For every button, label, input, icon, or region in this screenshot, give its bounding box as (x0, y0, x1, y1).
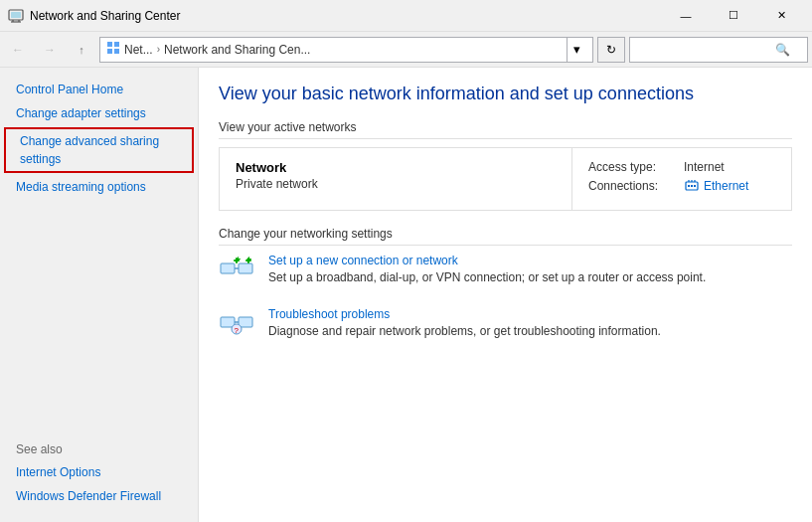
new-connection-item: + + Set up a new connection or network S… (219, 254, 792, 289)
svg-rect-24 (247, 258, 249, 263)
svg-rect-17 (239, 263, 252, 273)
troubleshoot-icon: ? (219, 307, 254, 343)
search-icon: 🔍 (775, 43, 790, 57)
network-info-right: Access type: Internet Connections: (572, 148, 791, 210)
ethernet-link[interactable]: Ethernet (684, 178, 748, 194)
sidebar-item-media-streaming[interactable]: Media streaming options (0, 175, 198, 199)
page-title: View your basic network information and … (219, 84, 792, 104)
access-type-row: Access type: Internet (588, 160, 775, 174)
active-networks-label: View your active networks (219, 120, 792, 139)
new-connection-text: Set up a new connection or network Set u… (268, 254, 792, 286)
address-bar: ← → ↑ Net... › Network and Sharing Cen..… (0, 32, 812, 68)
svg-rect-8 (114, 49, 119, 54)
forward-button[interactable]: → (36, 36, 64, 64)
back-button[interactable]: ← (4, 36, 32, 64)
search-box: 🔍 (629, 37, 808, 63)
access-type-value: Internet (684, 160, 725, 174)
maximize-button[interactable]: ☐ (711, 0, 756, 32)
sidebar-see-also: See also Internet Options Windows Defend… (0, 433, 198, 512)
troubleshoot-item: ? Troubleshoot problems Diagnose and rep… (219, 307, 792, 343)
sidebar-item-windows-firewall[interactable]: Windows Defender Firewall (16, 484, 182, 508)
svg-rect-14 (691, 185, 693, 187)
title-bar: Network and Sharing Center — ☐ ✕ (0, 0, 812, 32)
content-area: View your basic network information and … (199, 68, 812, 522)
svg-rect-5 (107, 42, 112, 47)
network-panel: Network Private network Access type: Int… (219, 147, 792, 211)
path-separator-1: › (157, 44, 160, 55)
path-short: Net... (124, 43, 153, 57)
new-connection-desc: Set up a broadband, dial-up, or VPN conn… (268, 270, 706, 284)
svg-rect-13 (688, 185, 690, 187)
svg-text:?: ? (235, 326, 240, 335)
svg-rect-16 (221, 263, 235, 273)
minimize-button[interactable]: — (663, 0, 709, 32)
main-area: Control Panel Home Change adapter settin… (0, 68, 812, 522)
search-input[interactable] (636, 43, 775, 57)
ethernet-label: Ethernet (704, 179, 748, 193)
svg-rect-15 (694, 185, 696, 187)
new-connection-link[interactable]: Set up a new connection or network (268, 254, 792, 267)
network-type: Private network (236, 177, 556, 191)
sidebar-item-internet-options[interactable]: Internet Options (16, 460, 182, 484)
address-path[interactable]: Net... › Network and Sharing Cen... ▾ (99, 37, 593, 63)
refresh-button[interactable]: ↻ (597, 37, 625, 63)
troubleshoot-text: Troubleshoot problems Diagnose and repai… (268, 307, 792, 340)
network-name: Network (236, 160, 556, 175)
svg-rect-7 (107, 49, 112, 54)
connections-label: Connections: (588, 179, 678, 193)
connections-row: Connections: (588, 178, 775, 194)
sidebar: Control Panel Home Change adapter settin… (0, 68, 199, 522)
up-button[interactable]: ↑ (68, 36, 95, 64)
see-also-label: See also (16, 442, 182, 456)
sidebar-item-change-adapter[interactable]: Change adapter settings (0, 101, 198, 125)
sidebar-item-control-panel-home[interactable]: Control Panel Home (0, 78, 198, 101)
new-connection-icon: + + (219, 254, 254, 289)
ethernet-icon (684, 178, 700, 194)
app-icon (8, 8, 24, 24)
svg-rect-4 (11, 12, 21, 18)
svg-rect-6 (114, 42, 119, 47)
change-networking-label: Change your networking settings (219, 227, 792, 246)
window-controls: — ☐ ✕ (663, 0, 804, 32)
path-full: Network and Sharing Cen... (164, 43, 310, 57)
address-dropdown-button[interactable]: ▾ (567, 37, 586, 63)
window-title: Network and Sharing Center (30, 9, 663, 23)
close-button[interactable]: ✕ (758, 0, 804, 32)
access-type-label: Access type: (588, 160, 678, 174)
sidebar-item-change-advanced-sharing[interactable]: Change advanced sharingsettings (4, 127, 194, 173)
settings-section: Change your networking settings + + (219, 227, 792, 343)
path-icon (106, 41, 120, 58)
network-info-left: Network Private network (220, 148, 572, 210)
troubleshoot-desc: Diagnose and repair network problems, or… (268, 324, 661, 338)
troubleshoot-link[interactable]: Troubleshoot problems (268, 307, 792, 321)
svg-rect-22 (236, 258, 238, 263)
